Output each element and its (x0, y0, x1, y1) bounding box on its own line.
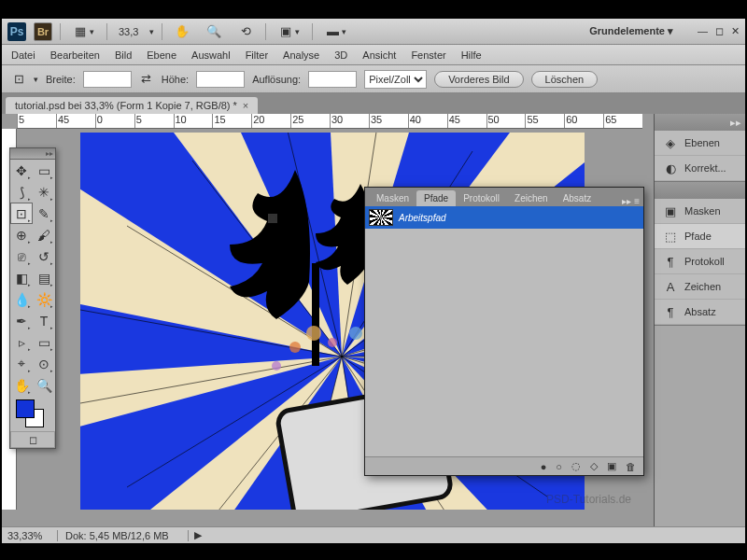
panel-expand-icon[interactable]: ▸▸ ≡ (618, 196, 643, 206)
paths-panel-tabs: Masken Pfade Protokoll Zeichen Absatz ▸▸… (365, 188, 643, 206)
panel-protokoll[interactable]: ¶Protokoll (655, 249, 745, 274)
tab-masken[interactable]: Masken (369, 190, 416, 206)
eraser-tool[interactable]: ◧▸ (10, 267, 33, 288)
zoom-value[interactable]: 33,3 (115, 24, 142, 39)
menu-ebene[interactable]: Ebene (147, 49, 176, 61)
crop-tool-icon[interactable]: ⊡ (11, 72, 26, 87)
svg-point-34 (306, 326, 321, 341)
layout-switcher[interactable]: ▦▾ (68, 21, 99, 42)
menu-ansicht[interactable]: Ansicht (362, 49, 396, 61)
3d-camera-tool[interactable]: ⊙▸ (33, 353, 55, 374)
menu-bearbeiten[interactable]: Bearbeiten (50, 49, 100, 61)
panel-collapse-icon[interactable]: ▸▸ (655, 114, 745, 131)
document-tab[interactable]: tutorial.psd bei 33,3% (Form 1 Kopie 7, … (6, 97, 258, 114)
panel-absatz[interactable]: ¶Absatz (655, 300, 745, 325)
hand-tool[interactable]: ✋▸ (10, 374, 33, 396)
marquee-tool[interactable]: ▭▸ (33, 160, 55, 181)
breite-input[interactable] (83, 71, 132, 88)
path-to-selection-icon[interactable]: ◌ (571, 460, 581, 472)
stroke-path-icon[interactable]: ○ (556, 461, 562, 472)
options-bar: ⊡▾ Breite: ⇄ Höhe: Auflösung: Pixel/Zoll… (2, 65, 745, 93)
arrange-icon: ▣ (278, 24, 293, 39)
hand-tool-shortcut[interactable]: ✋ (170, 21, 194, 42)
hand-icon: ✋ (175, 24, 190, 39)
rotate-view-shortcut[interactable]: ⟲ (233, 21, 258, 42)
blur-tool[interactable]: 💧▸ (10, 288, 33, 310)
loeschen-button[interactable]: Löschen (531, 71, 599, 88)
fill-path-icon[interactable]: ● (541, 461, 547, 472)
status-doc-size[interactable]: Dok: 5,45 MB/12,6 MB (58, 530, 189, 541)
panel-masken[interactable]: ▣Masken (655, 199, 745, 224)
quick-mask-toggle[interactable]: ◻ (10, 431, 55, 448)
panel-ebenen[interactable]: ◈Ebenen (655, 131, 745, 156)
new-path-icon[interactable]: ▣ (607, 460, 616, 472)
brush-tool[interactable]: 🖌▸ (33, 224, 55, 245)
paths-icon: ⬚ (662, 229, 679, 244)
menu-datei[interactable]: Datei (11, 49, 35, 61)
quick-select-tool[interactable]: ✳▸ (33, 181, 55, 203)
history-brush-tool[interactable]: ↺▸ (33, 245, 55, 267)
swap-icon[interactable]: ⇄ (139, 72, 154, 87)
stamp-tool[interactable]: ⎚▸ (10, 245, 33, 267)
side-panels: ▸▸ ◈Ebenen ◐Korrekt... ▣Masken ⬚Pfade ¶P… (654, 114, 745, 526)
paths-list[interactable]: Arbeitspfad (365, 206, 643, 456)
tab-pfade[interactable]: Pfade (416, 190, 456, 206)
lasso-tool[interactable]: ⟆▸ (10, 181, 33, 203)
close-button[interactable]: ✕ (731, 25, 740, 37)
menu-auswahl[interactable]: Auswahl (191, 49, 231, 61)
minimize-button[interactable]: — (698, 25, 708, 37)
menu-fenster[interactable]: Fenster (411, 49, 445, 61)
color-swatches[interactable] (10, 396, 55, 431)
status-chevron-icon[interactable]: ▶ (189, 529, 207, 541)
photoshop-logo-icon[interactable]: Ps (7, 22, 26, 41)
eyedropper-tool[interactable]: ✎▸ (33, 203, 55, 224)
pen-tool[interactable]: ✒▸ (10, 310, 33, 331)
path-select-tool[interactable]: ▹▸ (10, 331, 33, 353)
menu-3d[interactable]: 3D (334, 49, 347, 61)
character-icon: A (662, 279, 679, 294)
status-zoom[interactable]: 33,33% (2, 530, 58, 541)
breite-label: Breite: (46, 74, 76, 85)
panel-pfade[interactable]: ⬚Pfade (655, 224, 745, 249)
vorderes-bild-button[interactable]: Vorderes Bild (434, 71, 523, 88)
selection-to-path-icon[interactable]: ◇ (590, 460, 598, 472)
path-row[interactable]: Arbeitspfad (365, 206, 643, 229)
panel-zeichen[interactable]: AZeichen (655, 274, 745, 300)
svg-point-36 (349, 327, 362, 340)
menu-bild[interactable]: Bild (115, 49, 132, 61)
healing-tool[interactable]: ⊕▸ (10, 224, 33, 245)
panel-korrekturen[interactable]: ◐Korrekt... (655, 156, 745, 181)
tab-zeichen[interactable]: Zeichen (507, 190, 556, 206)
svg-point-38 (272, 361, 281, 371)
hoehe-input[interactable] (196, 71, 245, 88)
svg-point-33 (289, 342, 301, 353)
toolbox-header[interactable]: ▸▸ (10, 148, 55, 160)
menu-filter[interactable]: Filter (246, 49, 268, 61)
type-tool[interactable]: T▸ (33, 310, 55, 331)
workspace-switcher[interactable]: Grundelemente ▾ (582, 23, 681, 39)
gradient-tool[interactable]: ▤▸ (33, 267, 55, 288)
maximize-button[interactable]: ◻ (715, 25, 724, 37)
arrange-docs[interactable]: ▣▾ (274, 21, 304, 42)
watermark: PSD-Tutorials.de (546, 493, 631, 506)
move-tool[interactable]: ✥▸ (10, 160, 33, 181)
document-tab-label: tutorial.psd bei 33,3% (Form 1 Kopie 7, … (15, 100, 237, 111)
foreground-color-swatch[interactable] (16, 399, 35, 418)
dodge-tool[interactable]: 🔆▸ (33, 288, 55, 310)
menu-hilfe[interactable]: Hilfe (461, 49, 482, 61)
close-tab-icon[interactable]: × (243, 100, 248, 111)
delete-path-icon[interactable]: 🗑 (626, 461, 636, 472)
menu-analyse[interactable]: Analyse (283, 49, 319, 61)
3d-tool[interactable]: ⌖▸ (10, 353, 33, 374)
zoom-tool[interactable]: 🔍 (33, 374, 55, 396)
screen-mode[interactable]: ▬▾ (320, 21, 351, 42)
unit-select[interactable]: Pixel/Zoll (364, 70, 427, 89)
tab-absatz[interactable]: Absatz (556, 190, 599, 206)
zoom-tool-shortcut[interactable]: 🔍 (202, 21, 226, 42)
shape-tool[interactable]: ▭▸ (33, 331, 55, 353)
toolbox-collapse-icon[interactable]: ▸▸ (46, 149, 53, 158)
crop-tool[interactable]: ⊡▸ (10, 203, 33, 224)
aufloesung-input[interactable] (308, 71, 357, 88)
tab-protokoll[interactable]: Protokoll (456, 190, 507, 206)
bridge-logo-icon[interactable]: Br (34, 22, 52, 41)
